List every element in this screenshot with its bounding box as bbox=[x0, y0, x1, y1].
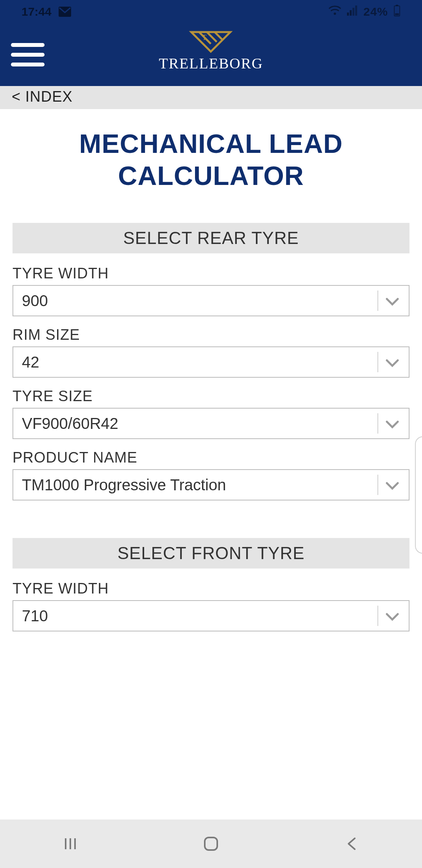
signal-icon bbox=[347, 5, 358, 18]
rear-tyre-size-value: VF900/60R42 bbox=[22, 415, 118, 432]
rear-tyre-width-select[interactable]: 900 bbox=[13, 285, 409, 316]
svg-point-1 bbox=[334, 13, 336, 15]
svg-rect-7 bbox=[396, 5, 398, 6]
status-time: 17:44 bbox=[21, 5, 52, 18]
svg-rect-8 bbox=[395, 13, 399, 15]
rear-rim-size-label: RIM SIZE bbox=[13, 326, 409, 343]
rear-tyre-width-label: TYRE WIDTH bbox=[13, 265, 409, 282]
rear-tyre-size-select[interactable]: VF900/60R42 bbox=[13, 408, 409, 439]
front-section-header: SELECT FRONT TYRE bbox=[13, 538, 409, 569]
wifi-icon bbox=[328, 5, 342, 18]
front-tyre-width-value: 710 bbox=[22, 607, 48, 625]
app-header: T TRELLEBORG bbox=[0, 23, 422, 86]
svg-rect-5 bbox=[355, 5, 357, 16]
svg-rect-13 bbox=[205, 838, 217, 850]
status-bar: 17:44 24% bbox=[0, 0, 422, 23]
rear-tyre-width-value: 900 bbox=[22, 292, 48, 310]
menu-icon[interactable] bbox=[11, 43, 46, 66]
page-title: MECHANICAL LEAD CALCULATOR bbox=[12, 128, 410, 192]
mail-icon bbox=[59, 7, 71, 17]
rear-product-value: TM1000 Progressive Traction bbox=[22, 476, 226, 494]
home-button[interactable] bbox=[199, 832, 223, 855]
svg-text:T: T bbox=[202, 34, 207, 41]
chevron-down-icon bbox=[385, 292, 399, 310]
side-handle[interactable] bbox=[415, 436, 422, 554]
index-link[interactable]: < INDEX bbox=[12, 88, 73, 105]
chevron-down-icon bbox=[385, 607, 399, 625]
svg-rect-2 bbox=[347, 13, 349, 16]
rear-rim-size-select[interactable]: 42 bbox=[13, 346, 409, 378]
svg-rect-4 bbox=[352, 8, 354, 16]
form-content: SELECT REAR TYRE TYRE WIDTH 900 RIM SIZE… bbox=[0, 223, 422, 631]
front-tyre-width-label: TYRE WIDTH bbox=[13, 580, 409, 597]
rear-tyre-size-label: TYRE SIZE bbox=[13, 388, 409, 405]
brand-name: TRELLEBORG bbox=[159, 55, 263, 72]
battery-icon bbox=[393, 5, 401, 19]
android-nav-bar bbox=[0, 820, 422, 868]
breadcrumb: < INDEX bbox=[0, 86, 422, 109]
rear-product-label: PRODUCT NAME bbox=[13, 449, 409, 466]
brand-logo: T TRELLEBORG bbox=[159, 30, 263, 72]
chevron-down-icon bbox=[385, 353, 399, 371]
rear-product-select[interactable]: TM1000 Progressive Traction bbox=[13, 469, 409, 500]
recents-button[interactable] bbox=[59, 832, 82, 855]
chevron-down-icon bbox=[385, 415, 399, 432]
front-tyre-width-select[interactable]: 710 bbox=[13, 600, 409, 631]
rear-rim-size-value: 42 bbox=[22, 353, 39, 371]
status-battery: 24% bbox=[363, 5, 388, 18]
chevron-down-icon bbox=[385, 476, 399, 494]
rear-section-header: SELECT REAR TYRE bbox=[13, 223, 409, 253]
back-button[interactable] bbox=[340, 832, 363, 855]
svg-rect-3 bbox=[350, 10, 352, 16]
